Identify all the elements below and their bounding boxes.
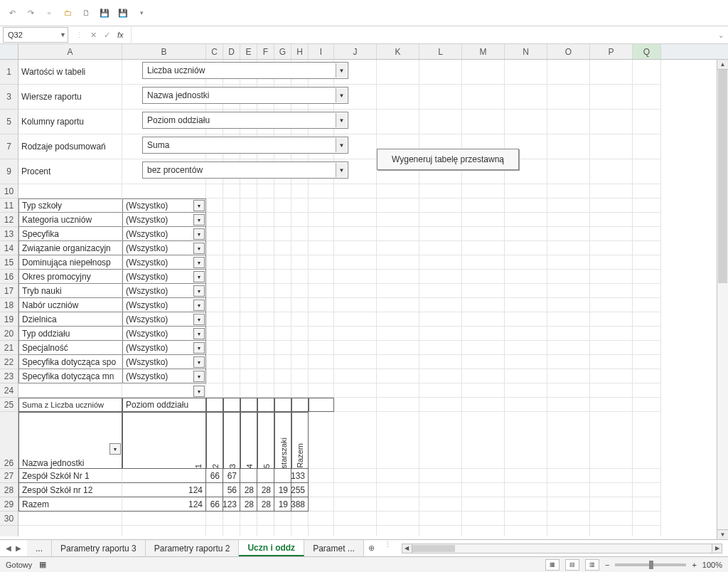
col-header[interactable]: G — [274, 44, 291, 59]
filter-dropdown-icon[interactable]: ▼ — [193, 328, 205, 339]
row-header[interactable]: 7 — [0, 134, 18, 159]
col-header[interactable]: B — [122, 44, 206, 59]
cancel-icon[interactable]: ✕ — [90, 31, 97, 40]
generate-pivot-button[interactable]: Wygeneruj tabelę przestawną — [377, 149, 519, 170]
row-header[interactable]: 21 — [0, 341, 18, 355]
row-header[interactable]: 15 — [0, 255, 18, 270]
row-header[interactable]: 5 — [0, 110, 18, 134]
col-header[interactable]: N — [505, 44, 547, 59]
scroll-right-icon[interactable]: ▶ — [712, 544, 722, 553]
open-file-icon[interactable]: 🗀 — [61, 6, 74, 19]
vertical-scrollbar[interactable]: ▲ ▼ — [717, 60, 728, 539]
chevron-down-icon[interactable]: ▼ — [336, 163, 347, 177]
columns-combo[interactable]: Poziom oddziału▼ — [142, 112, 348, 129]
row-header[interactable]: 10 — [0, 184, 18, 198]
tab-next-icon[interactable]: ▶ — [16, 544, 21, 552]
redo-icon[interactable]: ↷ — [24, 6, 37, 19]
row-header[interactable] — [0, 526, 18, 536]
sheet-tab[interactable]: Parametry raportu 3 — [52, 540, 146, 556]
tab-prev-icon[interactable]: ◀ — [6, 544, 11, 552]
col-header[interactable]: H — [291, 44, 309, 59]
scroll-down-icon[interactable]: ▼ — [717, 529, 728, 539]
scroll-left-icon[interactable]: ◀ — [402, 544, 412, 553]
sheet-tab[interactable]: Parametry raportu 2 — [146, 540, 240, 556]
chevron-down-icon[interactable]: ▼ — [336, 138, 347, 152]
row-header[interactable]: 22 — [0, 355, 18, 369]
undo-icon[interactable]: ↶ — [6, 6, 18, 19]
macro-record-icon[interactable]: ▦ — [39, 560, 46, 569]
normal-view-icon[interactable]: ▦ — [545, 559, 560, 571]
sheet-tab[interactable]: Paramet ... — [304, 540, 364, 556]
percent-combo[interactable]: bez procentów▼ — [142, 161, 348, 179]
scroll-thumb[interactable] — [412, 545, 455, 552]
formula-expand-icon[interactable]: ⌄ — [714, 31, 728, 39]
row-header[interactable]: 12 — [0, 213, 18, 227]
chevron-down-icon[interactable]: ▼ — [336, 113, 347, 127]
confirm-icon[interactable]: ✓ — [104, 31, 110, 40]
row-header[interactable]: 1 — [0, 60, 18, 85]
col-header[interactable]: M — [462, 44, 505, 59]
filter-dropdown-icon[interactable]: ▼ — [193, 257, 205, 268]
filter-dropdown-icon[interactable]: ▼ — [193, 300, 205, 311]
pivot-column-dropdown-icon[interactable]: ▼ — [193, 386, 205, 397]
values-combo[interactable]: Liczba uczniów▼ — [142, 62, 348, 79]
col-header[interactable]: J — [334, 44, 377, 59]
chevron-down-icon[interactable]: ▼ — [60, 31, 66, 38]
qat-more-icon[interactable]: ▾ — [135, 6, 148, 19]
filter-dropdown-icon[interactable]: ▼ — [193, 285, 205, 297]
col-header[interactable]: D — [223, 44, 240, 59]
chevron-down-icon[interactable]: ▼ — [336, 63, 347, 78]
print-preview-icon[interactable]: 🗋 — [80, 6, 92, 19]
horizontal-scrollbar[interactable]: ◀ ▶ — [402, 544, 722, 554]
new-sheet-icon[interactable]: ⊕ — [364, 540, 380, 556]
col-header[interactable]: A — [18, 44, 122, 59]
fx-icon[interactable]: fx — [117, 31, 124, 39]
col-header[interactable]: F — [257, 44, 274, 59]
select-all-corner[interactable] — [0, 44, 18, 59]
filter-dropdown-icon[interactable]: ▼ — [193, 200, 205, 211]
page-break-icon[interactable]: ▥ — [585, 559, 599, 571]
new-file-icon[interactable]: ▫ — [43, 6, 55, 19]
row-header[interactable]: 28 — [0, 483, 18, 497]
formula-input[interactable] — [131, 27, 714, 43]
col-header[interactable]: Q — [633, 44, 661, 59]
row-header[interactable]: 16 — [0, 270, 18, 284]
col-header[interactable]: O — [547, 44, 590, 59]
filter-dropdown-icon[interactable]: ▼ — [193, 342, 205, 354]
col-header[interactable]: P — [590, 44, 633, 59]
row-header[interactable]: 26 — [0, 412, 18, 469]
filter-dropdown-icon[interactable]: ▼ — [193, 271, 205, 282]
filter-dropdown-icon[interactable]: ▼ — [193, 314, 205, 325]
name-box[interactable]: Q32 ▼ — [3, 27, 68, 43]
row-header[interactable]: 18 — [0, 298, 18, 312]
sheet-tab-active[interactable]: Uczn i oddz — [239, 540, 304, 556]
chevron-down-icon[interactable]: ▼ — [336, 88, 347, 102]
filter-dropdown-icon[interactable]: ▼ — [193, 228, 205, 240]
save-as-icon[interactable]: 💾 — [117, 6, 129, 19]
row-header[interactable]: 20 — [0, 327, 18, 341]
col-header[interactable]: L — [419, 44, 462, 59]
zoom-slider[interactable] — [615, 563, 686, 566]
summary-combo[interactable]: Suma▼ — [142, 137, 348, 154]
scroll-up-icon[interactable]: ▲ — [717, 60, 728, 70]
row-header[interactable]: 24 — [0, 383, 18, 398]
row-header[interactable]: 19 — [0, 312, 18, 327]
zoom-in-icon[interactable]: + — [692, 561, 696, 569]
filter-dropdown-icon[interactable]: ▼ — [193, 214, 205, 226]
row-header[interactable]: 14 — [0, 241, 18, 255]
row-header[interactable]: 3 — [0, 85, 18, 110]
pivot-column-field[interactable]: Poziom oddziału — [122, 398, 206, 412]
col-header[interactable]: I — [309, 44, 334, 59]
row-header[interactable]: 13 — [0, 227, 18, 241]
zoom-level[interactable]: 100% — [702, 561, 722, 569]
col-header[interactable]: E — [240, 44, 257, 59]
row-header[interactable]: 11 — [0, 198, 18, 213]
row-header[interactable]: 29 — [0, 497, 18, 512]
pivot-row-dropdown-icon[interactable]: ▼ — [109, 443, 121, 455]
save-icon[interactable]: 💾 — [98, 6, 111, 19]
row-header[interactable]: 27 — [0, 469, 18, 483]
row-header[interactable]: 23 — [0, 369, 18, 383]
rows-combo[interactable]: Nazwa jednostki▼ — [142, 87, 348, 104]
pivot-row-field[interactable]: Nazwa jednostki — [18, 412, 122, 469]
col-header[interactable]: C — [206, 44, 223, 59]
